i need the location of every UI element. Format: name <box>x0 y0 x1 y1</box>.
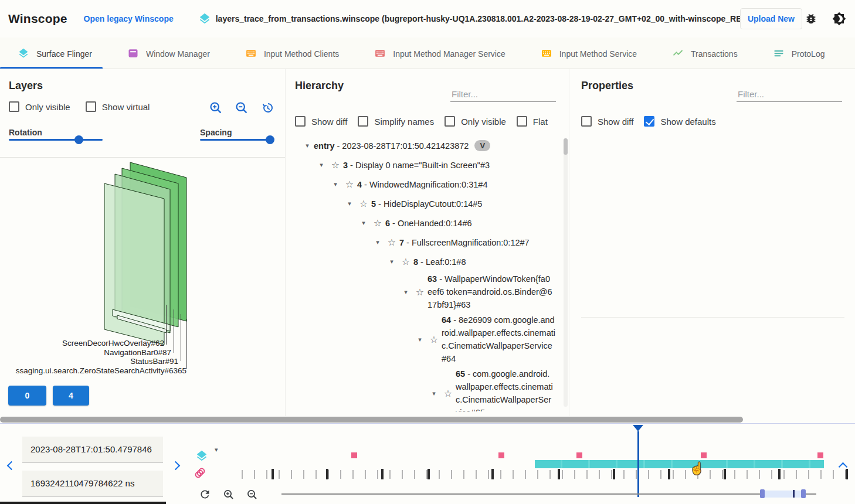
hierarchy-filter-input[interactable] <box>450 87 556 102</box>
tree-row[interactable]: ▾☆ 4- WindowedMagnification:0:31#4 <box>286 175 559 194</box>
bug-report-icon[interactable] <box>803 11 819 26</box>
checkbox-box[interactable] <box>86 101 96 112</box>
tab-input-method-service[interactable]: Input Method Service <box>523 38 654 69</box>
star-icon[interactable]: ☆ <box>398 256 413 267</box>
tab-window-manager[interactable]: Window Manager <box>110 38 228 69</box>
tree-row[interactable]: ▾☆ 64- 8e26909 com.google.android.wallpa… <box>286 312 559 366</box>
display-0-button[interactable]: 0 <box>8 386 46 406</box>
expand-arrow-icon[interactable]: ▾ <box>301 142 314 149</box>
timeline-zoom-in-icon[interactable] <box>223 489 236 502</box>
tab-transitions[interactable]: Tra <box>842 38 855 69</box>
transition-marker[interactable] <box>351 452 357 458</box>
display-4-button[interactable]: 4 <box>53 386 89 406</box>
chart-icon <box>672 47 684 59</box>
expand-arrow-icon[interactable]: ▾ <box>343 200 356 207</box>
v-chip: V <box>474 140 490 151</box>
star-icon[interactable]: ☆ <box>426 334 442 345</box>
tree-row[interactable]: ▾☆ 65- com.google.android.wallpaper.effe… <box>286 366 559 411</box>
open-legacy-link[interactable]: Open legacy Winscope <box>84 14 174 23</box>
tree-row[interactable]: ▾☆ 3- Display 0 name="Built-in Screen"#3 <box>286 155 559 175</box>
star-icon[interactable]: ☆ <box>356 198 371 209</box>
scrollbar-thumb[interactable] <box>0 417 743 423</box>
show-diff-checkbox[interactable]: Show diff <box>295 116 347 127</box>
zoom-out-icon[interactable] <box>235 101 249 115</box>
checkbox-box[interactable] <box>581 116 592 127</box>
prev-entry-button[interactable] <box>7 461 16 471</box>
major-tick <box>491 469 494 479</box>
tab-protolog[interactable]: ProtoLog <box>755 38 843 69</box>
timestamp-ns-input[interactable] <box>22 471 163 496</box>
3d-layers-view[interactable] <box>0 157 276 350</box>
tree-row[interactable]: ▾☆ 7- FullscreenMagnification:0:12#7 <box>286 233 559 252</box>
star-icon[interactable]: ☆ <box>440 388 456 399</box>
tree-row[interactable]: ▾☆ 6- OneHanded:0:14#6 <box>286 213 559 233</box>
expand-arrow-icon[interactable]: ▾ <box>399 288 412 296</box>
timeline-cursor-line[interactable] <box>637 431 639 497</box>
timeline-ruler[interactable] <box>242 470 855 479</box>
transition-marker[interactable] <box>576 452 582 458</box>
tab-transactions[interactable]: Transactions <box>654 38 755 69</box>
rotation-slider[interactable] <box>9 139 103 141</box>
transition-marker[interactable] <box>817 452 823 458</box>
properties-filter-input[interactable] <box>737 87 842 102</box>
upload-new-button[interactable]: Upload New <box>740 8 802 29</box>
flat-checkbox[interactable]: Flat <box>517 116 548 127</box>
refresh-icon[interactable] <box>199 488 212 501</box>
sf-trace-band[interactable] <box>535 460 824 468</box>
expand-arrow-icon[interactable]: ▾ <box>428 390 440 397</box>
star-icon[interactable]: ☆ <box>384 237 399 248</box>
layers-trace-toggle-icon[interactable] <box>195 449 208 462</box>
scrollbar-thumb[interactable] <box>564 138 568 155</box>
tab-input-method-clients[interactable]: Input Method Clients <box>228 38 357 69</box>
timeline-cursor-head[interactable] <box>633 425 643 431</box>
tree-row[interactable]: ▾☆ 5- HideDisplayCutout:0:14#5 <box>286 194 559 213</box>
expand-arrow-icon[interactable]: ▾ <box>385 258 398 265</box>
checkbox-box[interactable] <box>644 116 654 127</box>
hierarchy-scrollbar[interactable] <box>564 138 568 407</box>
tree-row[interactable]: ▾☆ 63- WallpaperWindowToken{fa0eef6 toke… <box>286 271 559 312</box>
tab-surface-flinger[interactable]: Surface Flinger <box>0 38 110 69</box>
zoom-slider-handle-left[interactable] <box>760 489 765 498</box>
timeline-zoom-out-icon[interactable] <box>246 489 259 502</box>
rotation-slider-thumb[interactable] <box>74 135 83 144</box>
expand-arrow-icon[interactable]: ▾ <box>329 181 342 188</box>
show-diff-checkbox[interactable]: Show diff <box>581 116 633 127</box>
transitions-trace-toggle-icon[interactable] <box>194 466 206 479</box>
checkbox-box[interactable] <box>295 116 306 127</box>
timestamp-human-input[interactable] <box>22 437 163 462</box>
tree-row-entry[interactable]: ▾ entry- 2023-08-28T17:01:50.421423872 V <box>286 136 559 155</box>
tab-input-method-manager-service[interactable]: Input Method Manager Service <box>357 38 522 69</box>
keyboard-icon <box>374 47 386 59</box>
expand-arrow-icon[interactable]: ▾ <box>371 239 384 246</box>
only-visible-checkbox[interactable]: Only visible <box>445 116 506 127</box>
spacing-slider[interactable] <box>200 139 274 141</box>
only-visible-checkbox[interactable]: Only visible <box>9 101 70 112</box>
trace-dropdown-caret[interactable]: ▾ <box>215 446 218 454</box>
simplify-names-checkbox[interactable]: Simplify names <box>358 116 434 127</box>
star-icon[interactable]: ☆ <box>328 159 343 171</box>
dark-mode-toggle-icon[interactable] <box>832 11 847 26</box>
layers-icon <box>18 47 29 59</box>
checkbox-box[interactable] <box>445 116 455 127</box>
transition-marker[interactable] <box>498 452 504 458</box>
zoom-slider-track[interactable] <box>281 493 761 495</box>
expand-arrow-icon[interactable]: ▾ <box>413 336 426 343</box>
reset-view-icon[interactable] <box>260 101 274 115</box>
expand-arrow-icon[interactable]: ▾ <box>315 161 328 169</box>
star-icon[interactable]: ☆ <box>412 287 428 298</box>
checkbox-box[interactable] <box>358 116 368 127</box>
zoom-slider-handle-right[interactable] <box>801 489 806 498</box>
transition-marker[interactable] <box>701 452 707 458</box>
expand-arrow-icon[interactable]: ▾ <box>357 219 370 227</box>
zoom-in-icon[interactable] <box>209 101 223 115</box>
star-icon[interactable]: ☆ <box>342 179 357 190</box>
star-icon[interactable]: ☆ <box>370 217 385 229</box>
checkbox-box[interactable] <box>517 116 527 127</box>
show-defaults-checkbox[interactable]: Show defaults <box>644 116 715 127</box>
show-virtual-checkbox[interactable]: Show virtual <box>86 101 150 112</box>
spacing-slider-thumb[interactable] <box>266 135 274 144</box>
zoom-slider-range[interactable] <box>765 491 801 498</box>
tree-row[interactable]: ▾☆ 8- Leaf:0:1#8 <box>286 252 559 271</box>
checkbox-box[interactable] <box>9 101 19 112</box>
next-entry-button[interactable] <box>171 461 181 471</box>
